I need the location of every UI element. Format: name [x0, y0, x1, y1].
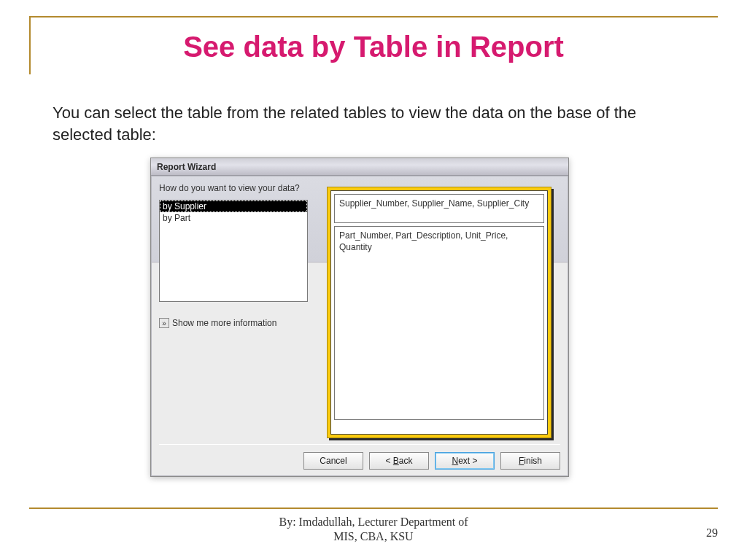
cancel-button-label: Cancel [320, 456, 347, 466]
next-button[interactable]: Next > [435, 452, 495, 470]
preview-header-fields: Supplier_Number, Supplier_Name, Supplier… [334, 194, 544, 223]
wizard-separator [159, 444, 560, 445]
finish-button[interactable]: Finish [500, 452, 560, 470]
report-wizard-dialog: Report Wizard How do you want to view yo… [150, 158, 569, 477]
wizard-body: How do you want to view your data? by Su… [151, 176, 568, 476]
bottom-border [29, 508, 718, 509]
next-button-label: Next [452, 456, 470, 466]
top-border-horizontal [29, 16, 718, 18]
view-option-supplier[interactable]: by Supplier [160, 201, 307, 212]
cancel-button[interactable]: Cancel [303, 452, 363, 470]
view-options-list[interactable]: by Supplier by Part [159, 200, 308, 302]
preview-detail-fields: Part_Number, Part_Description, Unit_Pric… [334, 226, 544, 420]
wizard-button-row: Cancel < Back Next > Finish [303, 452, 560, 470]
slide-description: You can select the table from the relate… [53, 102, 694, 145]
chevron-right-icon: » [159, 318, 169, 328]
show-more-label: Show me more information [172, 318, 276, 328]
wizard-question: How do you want to view your data? [159, 182, 315, 194]
wizard-titlebar: Report Wizard [151, 158, 568, 176]
back-button[interactable]: < Back [369, 452, 429, 470]
footer-line2: MIS, CBA, KSU [0, 529, 747, 544]
page-number: 29 [706, 526, 718, 540]
back-button-label: Back [393, 456, 413, 466]
report-preview-frame: Supplier_Number, Supplier_Name, Supplier… [327, 187, 551, 438]
slide-title: See data by Table in Report [0, 31, 747, 63]
report-preview-inner: Supplier_Number, Supplier_Name, Supplier… [330, 190, 548, 435]
wizard-left-column: How do you want to view your data? by Su… [159, 182, 315, 328]
slide-footer: By: Imdadullah, Lecturer Department of M… [0, 515, 747, 544]
footer-line1: By: Imdadullah, Lecturer Department of [0, 515, 747, 529]
view-option-part[interactable]: by Part [160, 212, 307, 224]
show-more-info-link[interactable]: » Show me more information [159, 318, 315, 328]
finish-button-label: Finish [519, 456, 542, 466]
